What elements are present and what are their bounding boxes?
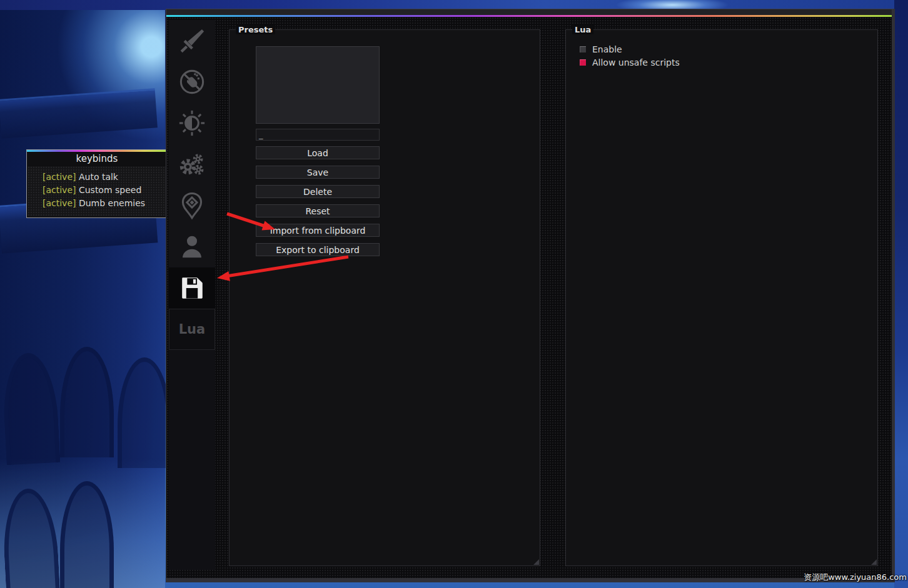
person-icon — [178, 232, 206, 261]
keybind-label: Custom speed — [79, 185, 141, 195]
presets-panel: Presets _ Load Save Delete Reset Import … — [229, 29, 540, 566]
checkbox-enable[interactable]: Enable — [580, 45, 622, 54]
checkbox-label: Allow unsafe scripts — [592, 57, 680, 67]
tower-arch — [60, 481, 114, 588]
window-titlebar[interactable] — [166, 9, 892, 15]
sidebar-tab-no-touch[interactable] — [169, 61, 215, 102]
lua-panel-title: Lua — [572, 25, 593, 34]
keybinds-list: [active] Auto talk [active] Custom speed… — [28, 166, 166, 217]
brightness-icon — [178, 109, 206, 137]
keybind-item: [active] Dumb enemies — [43, 197, 166, 210]
presets-panel-title: Presets — [236, 25, 275, 34]
game-background-tower — [0, 0, 165, 588]
watermark-text: 资源吧www.ziyuan86.com — [804, 572, 907, 583]
sidebar-tab-combat[interactable] — [169, 20, 215, 61]
keybind-label: Dumb enemies — [79, 198, 145, 208]
sidebar-tab-visuals[interactable] — [169, 102, 215, 144]
sidebar-section-lua[interactable]: Lua — [169, 309, 215, 350]
sidebar-tab-config[interactable] — [169, 267, 215, 309]
tower-band — [0, 88, 158, 138]
keybind-item: [active] Auto talk — [43, 171, 166, 184]
tower-arch — [60, 347, 114, 457]
tower-arch — [1, 487, 60, 588]
checkbox-allow-unsafe-scripts[interactable]: Allow unsafe scripts — [580, 58, 680, 67]
lua-panel: Lua Enable Allow unsafe scripts — [565, 29, 878, 566]
no-touch-icon — [178, 67, 206, 96]
resize-grip[interactable] — [533, 559, 539, 565]
load-button[interactable]: Load — [256, 146, 380, 159]
sword-icon — [178, 26, 206, 55]
gears-icon — [178, 150, 206, 179]
save-button[interactable]: Save — [256, 166, 380, 179]
checkbox-checked-icon[interactable] — [580, 59, 586, 66]
sidebar-tab-teleport[interactable] — [169, 185, 215, 226]
map-pin-icon — [178, 191, 206, 220]
keybind-active-tag: [active] — [43, 185, 76, 195]
window-accent-bar — [166, 15, 892, 17]
delete-button[interactable]: Delete — [256, 185, 380, 198]
keybind-active-tag: [active] — [43, 198, 76, 208]
tower-arch — [1, 352, 60, 465]
export-clipboard-button[interactable]: Export to clipboard — [256, 243, 380, 256]
import-clipboard-button[interactable]: Import from clipboard — [256, 224, 380, 237]
keybinds-window: keybinds [active] Auto talk [active] Cus… — [26, 149, 168, 218]
mod-menu-window: Lua Presets _ Load Save Delete Reset Imp… — [166, 9, 895, 582]
floppy-icon — [178, 274, 206, 302]
preset-name-input[interactable]: _ — [256, 129, 380, 141]
keybind-label: Auto talk — [79, 172, 118, 182]
keybinds-titlebar[interactable]: keybinds — [27, 152, 167, 166]
reset-button[interactable]: Reset — [256, 204, 380, 217]
resize-grip[interactable] — [871, 559, 877, 565]
keybind-active-tag: [active] — [43, 172, 76, 182]
sidebar-tab-settings[interactable] — [169, 144, 215, 185]
screen: { "colors": { "accent_gradient_left": "#… — [0, 0, 908, 588]
sidebar-tabbar: Lua — [169, 20, 215, 570]
preset-preview-box — [256, 46, 380, 124]
sidebar-tab-player[interactable] — [169, 226, 215, 267]
checkbox-unchecked-icon[interactable] — [580, 46, 586, 52]
game-background-right — [894, 0, 908, 588]
checkbox-label: Enable — [592, 44, 622, 54]
tower-arch — [118, 357, 171, 468]
keybind-item: [active] Custom speed — [43, 184, 166, 197]
